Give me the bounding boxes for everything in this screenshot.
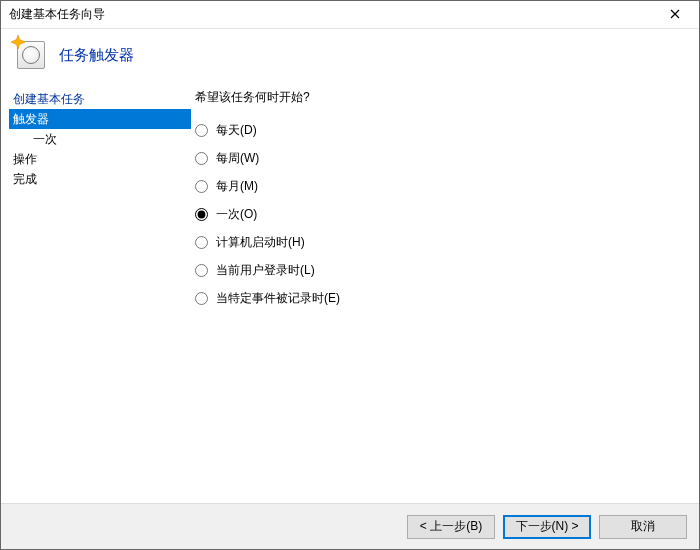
svg-marker-0 [11, 35, 25, 49]
trigger-option-0[interactable]: 每天(D) [195, 120, 683, 140]
sidebar-item-1[interactable]: 触发器 [9, 109, 191, 129]
trigger-radio-3[interactable] [195, 208, 208, 221]
trigger-option-1[interactable]: 每周(W) [195, 148, 683, 168]
sidebar-item-2[interactable]: 一次 [9, 129, 191, 149]
trigger-option-4[interactable]: 计算机启动时(H) [195, 232, 683, 252]
trigger-label-6: 当特定事件被记录时(E) [216, 290, 340, 307]
trigger-option-3[interactable]: 一次(O) [195, 204, 683, 224]
trigger-radio-0[interactable] [195, 124, 208, 137]
new-icon [11, 35, 25, 49]
sidebar-item-3[interactable]: 操作 [9, 149, 191, 169]
trigger-label-3: 一次(O) [216, 206, 257, 223]
wizard-content: 希望该任务何时开始? 每天(D)每周(W)每月(M)一次(O)计算机启动时(H)… [191, 83, 699, 487]
trigger-radio-2[interactable] [195, 180, 208, 193]
trigger-label-4: 计算机启动时(H) [216, 234, 305, 251]
trigger-radio-1[interactable] [195, 152, 208, 165]
wizard-icon [17, 41, 45, 69]
trigger-label-0: 每天(D) [216, 122, 257, 139]
wizard-sidebar: 创建基本任务触发器一次操作完成 [1, 83, 191, 487]
cancel-button[interactable]: 取消 [599, 515, 687, 539]
trigger-radio-5[interactable] [195, 264, 208, 277]
trigger-option-5[interactable]: 当前用户登录时(L) [195, 260, 683, 280]
sidebar-item-4[interactable]: 完成 [9, 169, 191, 189]
trigger-option-2[interactable]: 每月(M) [195, 176, 683, 196]
close-button[interactable] [655, 1, 695, 28]
trigger-label-2: 每月(M) [216, 178, 258, 195]
window-title: 创建基本任务向导 [9, 6, 655, 23]
trigger-label-1: 每周(W) [216, 150, 259, 167]
next-button[interactable]: 下一步(N) > [503, 515, 591, 539]
trigger-option-6[interactable]: 当特定事件被记录时(E) [195, 288, 683, 308]
wizard-footer: < 上一步(B) 下一步(N) > 取消 [1, 503, 699, 549]
wizard-heading: 任务触发器 [59, 46, 134, 65]
titlebar: 创建基本任务向导 [1, 1, 699, 29]
wizard-header: 任务触发器 [1, 29, 699, 83]
trigger-radio-6[interactable] [195, 292, 208, 305]
back-button[interactable]: < 上一步(B) [407, 515, 495, 539]
sidebar-item-0[interactable]: 创建基本任务 [9, 89, 191, 109]
trigger-radio-4[interactable] [195, 236, 208, 249]
close-icon [670, 8, 680, 22]
wizard-body: 创建基本任务触发器一次操作完成 希望该任务何时开始? 每天(D)每周(W)每月(… [1, 83, 699, 487]
trigger-prompt: 希望该任务何时开始? [195, 89, 683, 106]
trigger-label-5: 当前用户登录时(L) [216, 262, 315, 279]
